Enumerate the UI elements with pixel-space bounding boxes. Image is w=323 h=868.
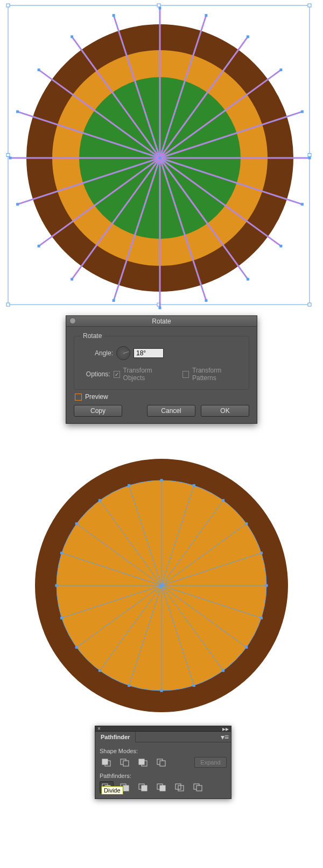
transform-patterns-checkbox[interactable] <box>182 371 189 378</box>
svg-rect-65 <box>71 36 73 38</box>
svg-rect-111 <box>75 522 78 525</box>
svg-rect-97 <box>160 690 163 692</box>
pathfinder-tab[interactable]: Pathfinder <box>95 732 136 742</box>
svg-rect-62 <box>9 157 12 160</box>
svg-rect-107 <box>55 584 58 587</box>
pathfinder-merge-icon[interactable] <box>136 781 150 793</box>
artboard-2[interactable] <box>0 451 323 720</box>
svg-rect-115 <box>128 484 130 487</box>
angle-input[interactable] <box>134 348 164 358</box>
svg-rect-103 <box>75 646 78 649</box>
svg-rect-57 <box>159 307 162 309</box>
svg-rect-69 <box>247 36 249 38</box>
preview-label: Preview <box>85 393 108 401</box>
svg-rect-124 <box>160 761 165 766</box>
svg-rect-87 <box>265 584 268 587</box>
svg-rect-91 <box>245 646 248 649</box>
svg-rect-60 <box>38 245 40 247</box>
svg-rect-79 <box>193 484 195 487</box>
svg-rect-101 <box>99 669 101 672</box>
rotate-dialog: Rotate Rotate Angle: Options: Transform … <box>66 315 257 424</box>
panel-menu-icon[interactable]: ▾≡ <box>221 733 229 741</box>
svg-rect-89 <box>260 617 263 619</box>
svg-rect-120 <box>123 761 129 766</box>
expand-button[interactable]: Expand <box>194 757 227 768</box>
svg-rect-52 <box>308 157 311 160</box>
pathfinder-minus-back-icon[interactable] <box>191 781 205 793</box>
svg-rect-93 <box>222 669 224 672</box>
svg-rect-68 <box>205 14 207 17</box>
svg-rect-113 <box>99 499 101 502</box>
svg-rect-77 <box>160 479 163 482</box>
svg-rect-56 <box>205 299 207 302</box>
svg-rect-128 <box>123 786 129 791</box>
shape-mode-unite-icon[interactable] <box>100 756 114 768</box>
transform-objects-label: Transform Objects <box>123 367 171 382</box>
preview-checkbox[interactable] <box>75 394 82 401</box>
svg-rect-72 <box>159 157 162 160</box>
svg-rect-67 <box>159 7 162 10</box>
panel-close-icon[interactable]: × <box>97 726 101 732</box>
svg-rect-58 <box>113 299 115 302</box>
shape-modes-label: Shape Modes: <box>100 748 227 754</box>
svg-rect-99 <box>128 684 130 687</box>
copy-button[interactable]: Copy <box>74 405 122 417</box>
svg-rect-55 <box>247 278 249 280</box>
transform-patterns-label: Transform Patterns <box>192 367 242 382</box>
svg-rect-105 <box>60 617 63 619</box>
cancel-button[interactable]: Cancel <box>147 405 195 417</box>
svg-rect-81 <box>222 499 224 502</box>
svg-rect-136 <box>196 786 202 791</box>
ok-button[interactable]: OK <box>201 405 249 417</box>
dialog-title: Rotate <box>152 318 171 325</box>
svg-rect-130 <box>142 786 147 791</box>
svg-rect-132 <box>160 786 165 791</box>
close-icon[interactable] <box>69 318 76 324</box>
panel-stripe[interactable]: × ▸▸ <box>95 726 231 732</box>
tooltip-divide: Divide <box>101 786 123 795</box>
svg-rect-83 <box>245 522 248 525</box>
svg-rect-116 <box>160 584 163 587</box>
svg-rect-63 <box>16 111 19 113</box>
svg-rect-59 <box>71 278 73 280</box>
angle-label: Angle: <box>81 349 113 357</box>
angle-dial-icon[interactable] <box>116 346 130 360</box>
svg-rect-71 <box>301 111 304 113</box>
svg-rect-61 <box>16 203 19 205</box>
rotate-group: Rotate Angle: Options: Transform Objects… <box>74 332 249 390</box>
svg-rect-85 <box>260 552 263 554</box>
shape-mode-exclude-icon[interactable] <box>155 756 168 768</box>
pathfinder-crop-icon[interactable] <box>155 781 168 793</box>
svg-rect-70 <box>279 68 282 71</box>
svg-rect-64 <box>38 68 40 71</box>
svg-rect-66 <box>113 14 115 17</box>
transform-objects-checkbox[interactable] <box>114 371 120 378</box>
dialog-titlebar[interactable]: Rotate <box>66 316 257 327</box>
svg-rect-95 <box>193 684 195 687</box>
shape-mode-intersect-icon[interactable] <box>136 756 150 768</box>
pathfinder-outline-icon[interactable] <box>173 781 187 793</box>
options-label: Options: <box>81 370 110 378</box>
svg-rect-109 <box>60 552 63 554</box>
artboard-1[interactable] <box>0 0 323 315</box>
svg-rect-53 <box>301 203 304 205</box>
group-legend: Rotate <box>81 332 104 340</box>
svg-rect-54 <box>279 245 282 247</box>
pathfinders-label: Pathfinders: <box>100 773 227 779</box>
shape-mode-minus-front-icon[interactable] <box>118 756 132 768</box>
